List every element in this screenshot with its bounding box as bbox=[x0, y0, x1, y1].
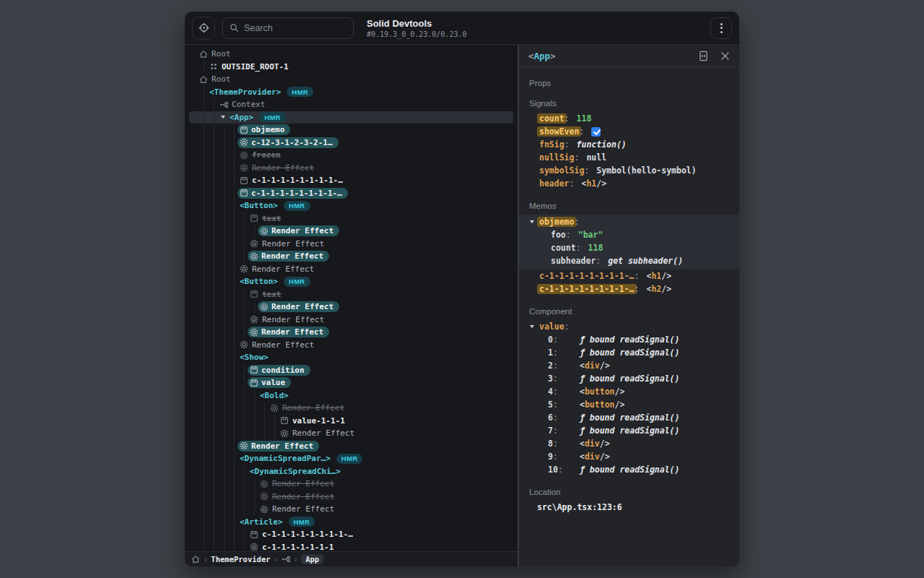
key-label[interactable]: objmemo bbox=[537, 217, 576, 227]
home-icon[interactable] bbox=[191, 555, 200, 564]
tree-row[interactable]: Render Effect bbox=[189, 162, 513, 175]
memo-row[interactable]: c-1-1-1-1-1-1-1-1-…:<h2/> bbox=[519, 282, 739, 296]
memo-child-row[interactable]: subheader:get subheader() bbox=[519, 254, 739, 267]
component-item-row[interactable]: 8:<div/> bbox=[519, 437, 739, 450]
signal-row[interactable]: header:<h1/> bbox=[519, 177, 739, 190]
memo-row[interactable]: c-1-1-1-1-1-1-1-1-…:<h1/> bbox=[519, 269, 739, 282]
tree-row[interactable]: Render Effect bbox=[189, 478, 513, 491]
key-label[interactable]: 5 bbox=[548, 400, 553, 410]
tree-row[interactable]: objmemo bbox=[189, 124, 513, 137]
component-item-row[interactable]: 4:<button/> bbox=[519, 385, 739, 398]
memo-child-row[interactable]: foo:"bar" bbox=[519, 228, 739, 241]
tree-row[interactable]: c-1-1-1-1-1-1-1-1-… bbox=[189, 174, 513, 187]
search-input[interactable] bbox=[244, 23, 346, 33]
tree-row-component[interactable]: <Article>HMR bbox=[189, 516, 513, 529]
tree-row[interactable]: Render Effect bbox=[189, 427, 513, 440]
close-icon[interactable] bbox=[720, 51, 730, 61]
key-label[interactable]: value bbox=[539, 322, 565, 332]
signal-row[interactable]: count:118 bbox=[519, 112, 739, 125]
tree-row[interactable]: Render Effect bbox=[189, 314, 513, 327]
tree-row-component[interactable]: <DynamicSpreadPar…>HMR bbox=[189, 452, 513, 465]
key-label[interactable]: 10 bbox=[548, 465, 558, 475]
tree-row[interactable]: Render Effect bbox=[189, 225, 513, 238]
key-label[interactable]: foo bbox=[551, 230, 566, 240]
component-item-row[interactable]: 9:<div/> bbox=[519, 450, 739, 463]
key-label[interactable]: c-1-1-1-1-1-1-1-1-… bbox=[537, 284, 637, 294]
key-label[interactable]: header bbox=[539, 178, 570, 189]
tree-row[interactable]: c-1-1-1-1-1-1-1-1-… bbox=[189, 187, 513, 200]
component-item-row[interactable]: 6:ƒ bound readSignal() bbox=[519, 411, 739, 424]
key-label[interactable]: subheader bbox=[551, 256, 596, 266]
tree-row[interactable]: Render Effect bbox=[189, 339, 513, 352]
component-item-row[interactable]: 2:<div/> bbox=[519, 359, 739, 372]
tree-row[interactable]: Render Effect bbox=[189, 440, 513, 453]
memo-child-row[interactable]: count:118 bbox=[519, 241, 739, 254]
tree-row[interactable]: value-1-1-1 bbox=[189, 415, 513, 428]
tree-row-component[interactable]: <Bold> bbox=[189, 389, 513, 402]
tree-row[interactable]: c-1-1-1-1-1-1-1 bbox=[189, 541, 513, 552]
component-item-row[interactable]: 7:ƒ bound readSignal() bbox=[519, 424, 739, 437]
key-label[interactable]: 6 bbox=[548, 413, 553, 423]
key-label[interactable]: 3 bbox=[548, 374, 553, 384]
key-label[interactable]: nullSig bbox=[539, 152, 574, 163]
tree-row[interactable]: Render Effect bbox=[189, 402, 513, 415]
key-label[interactable]: 8 bbox=[548, 439, 553, 449]
breadcrumb-item[interactable]: ThemeProvider bbox=[211, 555, 270, 564]
breadcrumb-item[interactable]: App bbox=[301, 554, 323, 564]
tree-row[interactable]: Render Effect bbox=[189, 263, 513, 276]
tree-row[interactable]: Render Effect bbox=[189, 491, 513, 504]
component-item-row[interactable]: 5:<button/> bbox=[519, 398, 739, 411]
tree-row[interactable]: Render Effect bbox=[189, 301, 513, 314]
key-label[interactable]: 2 bbox=[548, 361, 553, 371]
source-location[interactable]: src\App.tsx:123:6 bbox=[519, 501, 739, 514]
tree-row[interactable]: Context bbox=[189, 98, 513, 111]
context-icon[interactable] bbox=[282, 555, 290, 564]
expand-caret-icon[interactable] bbox=[528, 218, 536, 225]
tree-row[interactable]: c-12-3-1-2-3-2-1… bbox=[189, 137, 513, 150]
key-label[interactable]: c-1-1-1-1-1-1-1-1-… bbox=[539, 271, 635, 281]
signal-row[interactable]: nullSig:null bbox=[519, 151, 739, 164]
component-item-row[interactable]: 1:ƒ bound readSignal() bbox=[519, 346, 739, 359]
tree-row[interactable]: OUTSIDE_ROOT-1 bbox=[189, 61, 513, 74]
open-source-icon[interactable] bbox=[698, 51, 709, 61]
key-label[interactable]: count bbox=[551, 243, 576, 253]
tree-row[interactable]: condition bbox=[189, 364, 513, 377]
options-menu-button[interactable] bbox=[710, 17, 732, 39]
key-label[interactable]: fnSig bbox=[539, 139, 565, 150]
tree-row[interactable]: frozen bbox=[189, 149, 513, 162]
tree-row-component[interactable]: <App>HMR bbox=[189, 111, 513, 124]
key-label[interactable]: symbolSig bbox=[539, 165, 584, 176]
component-value-row[interactable]: value: bbox=[519, 320, 739, 333]
tree-row[interactable]: Render Effect bbox=[189, 503, 513, 516]
tree-row[interactable]: Render Effect bbox=[189, 238, 513, 251]
tree-row-component[interactable]: <ThemeProvider>HMR bbox=[189, 86, 513, 99]
key-label[interactable]: 4 bbox=[548, 387, 553, 397]
tree-row[interactable]: Render Effect bbox=[189, 250, 513, 263]
tree-row[interactable]: Render Effect bbox=[189, 326, 513, 339]
key-label[interactable]: 7 bbox=[548, 426, 553, 436]
key-label[interactable]: count bbox=[537, 113, 567, 124]
component-item-row[interactable]: 0:ƒ bound readSignal() bbox=[519, 333, 739, 346]
tree-row[interactable]: Root bbox=[189, 73, 513, 86]
tree-row[interactable]: Root bbox=[189, 48, 513, 61]
tree-row-component[interactable]: <DynamicSpreadChi…> bbox=[189, 465, 513, 478]
key-label[interactable]: 1 bbox=[548, 348, 553, 358]
tree-row[interactable]: value bbox=[189, 376, 513, 389]
tree-row-component[interactable]: <Button>HMR bbox=[189, 275, 513, 288]
tree-row[interactable]: c-1-1-1-1-1-1-1-1-… bbox=[189, 528, 513, 541]
key-label[interactable]: 9 bbox=[548, 452, 553, 462]
component-item-row[interactable]: 3:ƒ bound readSignal() bbox=[519, 372, 739, 385]
signal-row[interactable]: showEven: bbox=[519, 125, 739, 138]
signal-row[interactable]: fnSig:function() bbox=[519, 138, 739, 151]
tree-row-component[interactable]: <Button>HMR bbox=[189, 199, 513, 212]
key-label[interactable]: 0 bbox=[548, 335, 553, 345]
search-box[interactable] bbox=[222, 17, 354, 39]
key-label[interactable]: showEven bbox=[537, 126, 581, 137]
locator-button[interactable] bbox=[192, 17, 215, 40]
tree-row[interactable]: text bbox=[189, 288, 513, 301]
tree-row-component[interactable]: <Show> bbox=[189, 351, 513, 364]
memo-row[interactable]: objmemo: bbox=[519, 215, 739, 228]
tree-row[interactable]: text bbox=[189, 212, 513, 225]
expand-caret-icon[interactable] bbox=[528, 323, 536, 330]
boolean-checkbox[interactable] bbox=[591, 127, 601, 137]
